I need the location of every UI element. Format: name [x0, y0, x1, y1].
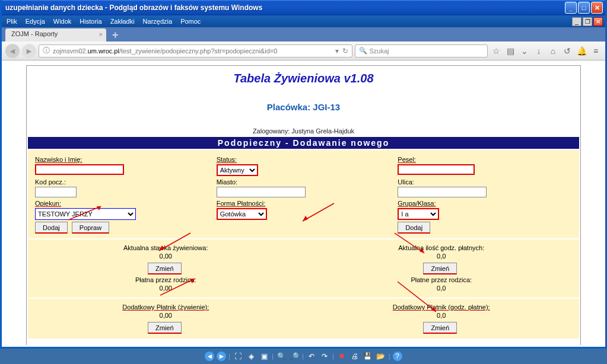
payer-right-label: Dodatkowy Płatnik (godz. płatne):	[304, 304, 580, 311]
kod-label: Kod pocz.:	[35, 178, 209, 186]
opiekun-popraw-button[interactable]: Popraw	[72, 222, 109, 234]
menu-file[interactable]: Plik	[7, 18, 17, 25]
miasto-label: Miasto:	[217, 178, 391, 186]
payer-right-zmien-button[interactable]: Zmień	[423, 322, 457, 334]
maximize-button[interactable]: □	[578, 2, 590, 14]
new-tab-button[interactable]: +	[109, 29, 122, 41]
payer-right-val: 0,0	[304, 312, 580, 319]
dropdown-icon[interactable]: ▾	[335, 47, 339, 55]
star-icon[interactable]: ☆	[490, 45, 502, 57]
pesel-label: Pesel:	[398, 156, 572, 163]
url-domain: um.wroc.pl	[88, 47, 119, 55]
browser-menubar: Plik Edycja Widok Historia Zakładki Narz…	[2, 15, 605, 27]
placowka-label: Placówka: JGI-13	[27, 102, 580, 112]
rate-left-subval: 0,00	[28, 285, 304, 292]
forward-button[interactable]: ►	[22, 44, 36, 58]
tab-close-icon[interactable]: ×	[99, 31, 103, 38]
rate-left-zmien-button[interactable]: Zmień	[148, 263, 182, 274]
rate-left-val: 0,00	[28, 253, 304, 260]
sync-icon[interactable]: ↺	[561, 45, 573, 57]
globe-icon: ⓘ	[43, 46, 50, 56]
list-icon[interactable]: ▤	[504, 45, 516, 57]
delete-icon[interactable]: ✖	[336, 351, 347, 362]
ulica-label: Ulica:	[398, 178, 572, 186]
pocket-icon[interactable]: ⌄	[519, 45, 530, 57]
ulica-input[interactable]	[398, 187, 487, 197]
kod-input[interactable]	[35, 187, 77, 197]
back-button[interactable]: ◄	[5, 44, 20, 58]
url-bar[interactable]: ⓘ zojmsvm02.um.wroc.pl/test_zywienie/pod…	[39, 44, 352, 58]
print-icon[interactable]: 🖨	[349, 351, 360, 362]
inner-close-button[interactable]: ✕	[593, 17, 603, 26]
pesel-input[interactable]	[398, 164, 475, 175]
search-placeholder: Szukaj	[370, 47, 389, 55]
fit-window-icon[interactable]: ⛶	[233, 351, 243, 362]
zoom-in-icon[interactable]: 🔍	[276, 351, 287, 362]
save-icon[interactable]: 💾	[363, 351, 373, 362]
payer-left-zmien-button[interactable]: Zmień	[148, 322, 182, 334]
rate-left-label: Aktualna stawka żywieniowa:	[28, 244, 304, 251]
forma-select[interactable]: Gotówka	[217, 208, 267, 220]
reload-icon[interactable]: ↻	[342, 47, 348, 55]
payer-left-label: Dodatkowy Płatnik (żywienie):	[28, 304, 304, 311]
home-icon[interactable]: ⌂	[547, 45, 559, 57]
rates-block: Aktualna stawka żywieniowa: 0,00 Zmień P…	[28, 240, 579, 298]
search-bar[interactable]: 🔍 Szukaj	[355, 44, 488, 58]
opiekun-dodaj-button[interactable]: Dodaj	[35, 222, 68, 234]
menu-bookmarks[interactable]: Zakładki	[110, 18, 135, 25]
image-viewer-toolbar: ◄ ► | ⛶ ◈ ▣ | 🔍 🔎 | ↶ ↷ | ✖ 🖨 💾 📂 | ?	[0, 349, 607, 364]
grupa-select[interactable]: I a	[398, 208, 439, 220]
help-icon[interactable]: ?	[393, 352, 402, 361]
inner-minimize-button[interactable]: _	[572, 17, 581, 26]
rate-right-sub: Płatne przez rodzica:	[304, 276, 580, 283]
opiekun-select[interactable]: TESTOWY JERZY	[35, 208, 136, 220]
status-label: Status:	[217, 156, 391, 163]
download-icon[interactable]: ↓	[533, 45, 545, 57]
tab-label: ZOJM - Raporty	[11, 30, 58, 37]
menu-help[interactable]: Pomoc	[180, 18, 201, 25]
menu-view[interactable]: Widok	[53, 18, 72, 25]
open-icon[interactable]: 📂	[376, 351, 386, 362]
form-block-main: Nazwisko i Imię: Status: Aktywny Pesel: …	[28, 150, 579, 238]
menu-edit[interactable]: Edycja	[26, 18, 45, 25]
tab-strip: ZOJM - Raporty × +	[2, 27, 605, 41]
submit-row: OK Anuluj	[27, 344, 580, 345]
close-button[interactable]: ✕	[591, 2, 603, 14]
status-select[interactable]: Aktywny	[217, 164, 258, 176]
zoom-out-icon[interactable]: 🔎	[289, 351, 300, 362]
grupa-dodaj-button[interactable]: Dodaj	[398, 222, 430, 234]
forma-label: Forma Płatności:	[217, 200, 391, 207]
rate-right-val: 0,0	[304, 253, 580, 260]
nazwisko-input[interactable]	[35, 164, 124, 175]
menu-tools[interactable]: Narzędzia	[143, 18, 173, 25]
slideshow-icon[interactable]: ▣	[259, 351, 269, 362]
rate-left-sub: Płatna przez rodzica:	[28, 276, 304, 283]
page-title: Tabela Żywieniowa v1.08	[27, 72, 580, 85]
url-path: /test_zywienie/podopieczny.php?str=podop…	[119, 47, 277, 55]
rotate-right-icon[interactable]: ↷	[319, 351, 330, 362]
payer-block: Dodatkowy Płatnik (żywienie): 0,00 Zmień…	[28, 299, 579, 339]
url-prefix: zojmsvm02.	[53, 47, 88, 55]
rate-right-label: Aktualna ilość godz. płatnych:	[304, 244, 580, 251]
window-titlebar: uzupełnianie danych dziecka - Podgląd ob…	[2, 0, 605, 15]
grupa-label: Grupa/Klasa:	[398, 200, 572, 207]
opiekun-label: Opiekun:	[35, 200, 209, 207]
rotate-left-icon[interactable]: ↶	[306, 351, 317, 362]
window-title: uzupełnianie danych dziecka - Podgląd ob…	[4, 4, 565, 12]
minimize-button[interactable]: _	[565, 2, 577, 14]
next-image-button[interactable]: ►	[217, 352, 226, 361]
browser-tab[interactable]: ZOJM - Raporty ×	[5, 28, 106, 41]
payer-left-val: 0,00	[28, 312, 304, 319]
miasto-input[interactable]	[217, 187, 306, 197]
nazwisko-label: Nazwisko i Imię:	[35, 156, 209, 163]
prev-image-button[interactable]: ◄	[205, 352, 214, 361]
rate-right-zmien-button[interactable]: Zmień	[423, 263, 457, 274]
banner-bar: Podopieczny - Dodawanie nowego	[28, 137, 579, 149]
rate-right-subval: 0,0	[304, 285, 580, 292]
actual-size-icon[interactable]: ◈	[246, 351, 256, 362]
inner-restore-button[interactable]: ❐	[583, 17, 592, 26]
menu-history[interactable]: Historia	[80, 18, 101, 25]
bell-icon[interactable]: 🔔	[576, 45, 587, 57]
menu-icon[interactable]: ≡	[590, 45, 602, 57]
search-icon: 🔍	[359, 47, 367, 55]
